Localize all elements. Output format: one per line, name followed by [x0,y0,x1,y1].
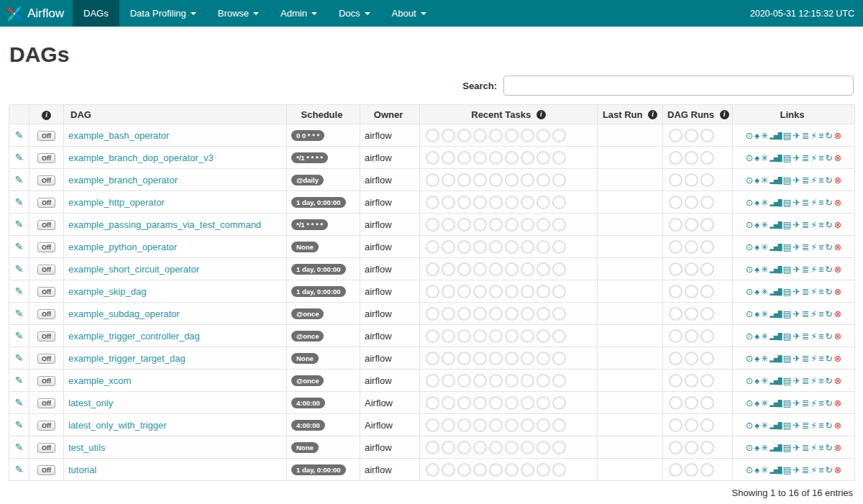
delete-dag-icon[interactable]: ⊗ [834,197,841,208]
graph-view-icon[interactable]: ✳ [761,219,768,230]
landing-times-icon[interactable]: ✈ [793,353,800,364]
refresh-icon[interactable]: ↻ [825,442,832,453]
task-state-circle[interactable] [669,129,682,142]
task-state-circle[interactable] [505,352,519,365]
delete-dag-icon[interactable]: ⊗ [834,286,841,297]
task-state-circle[interactable] [685,352,698,365]
task-state-circle[interactable] [669,151,682,165]
task-state-circle[interactable] [669,352,682,365]
task-state-circle[interactable] [536,352,550,365]
search-input[interactable] [503,75,854,96]
delete-dag-icon[interactable]: ⊗ [834,442,841,453]
edit-dag-icon[interactable]: ✎ [15,196,24,208]
edit-dag-icon[interactable]: ✎ [15,375,24,386]
code-view-icon[interactable]: ⚡ [811,353,817,364]
task-state-circle[interactable] [669,441,682,454]
gantt-view-icon[interactable]: ≣ [802,286,809,297]
task-duration-icon[interactable]: ▂▅█ [770,199,781,206]
dag-details-icon[interactable]: ≡ [818,242,823,252]
code-view-icon[interactable]: ⚡ [811,375,817,386]
task-state-circle[interactable] [505,285,519,298]
trigger-dag-icon[interactable]: ⊙ [746,442,753,453]
landing-times-icon[interactable]: ✈ [793,464,800,475]
task-tries-icon[interactable]: ▤ [782,398,791,408]
task-state-circle[interactable] [700,329,714,343]
task-state-circle[interactable] [426,218,439,232]
dag-link[interactable]: example_skip_dag [68,286,146,297]
trigger-dag-icon[interactable]: ⊙ [746,353,753,364]
task-duration-icon[interactable]: ▂▅█ [770,266,781,273]
task-state-circle[interactable] [442,396,455,410]
task-state-circle[interactable] [457,374,471,388]
trigger-dag-icon[interactable]: ⊙ [746,219,753,230]
edit-dag-icon[interactable]: ✎ [15,241,24,252]
task-state-circle[interactable] [473,173,487,187]
graph-view-icon[interactable]: ✳ [761,286,768,297]
task-state-circle[interactable] [669,285,682,298]
graph-view-icon[interactable]: ✳ [761,242,768,252]
task-state-circle[interactable] [552,307,566,321]
landing-times-icon[interactable]: ✈ [793,197,800,208]
task-state-circle[interactable] [669,396,682,410]
dag-pause-toggle[interactable]: Off [37,354,55,365]
task-state-circle[interactable] [669,240,682,254]
graph-view-icon[interactable]: ✳ [761,442,768,453]
task-state-circle[interactable] [442,240,455,254]
task-state-circle[interactable] [700,374,714,388]
task-state-circle[interactable] [457,441,471,454]
code-view-icon[interactable]: ⚡ [811,175,817,185]
delete-dag-icon[interactable]: ⊗ [834,353,841,364]
task-state-circle[interactable] [473,262,487,276]
task-state-circle[interactable] [700,173,714,187]
tree-view-icon[interactable]: ♠ [754,465,759,475]
nav-item-about[interactable]: About [381,0,437,27]
task-state-circle[interactable] [457,218,471,232]
task-state-circle[interactable] [685,262,698,276]
task-state-circle[interactable] [552,196,566,209]
task-state-circle[interactable] [536,396,550,410]
gantt-view-icon[interactable]: ≣ [802,130,809,141]
task-state-circle[interactable] [536,218,550,232]
gantt-view-icon[interactable]: ≣ [802,420,809,431]
schedule-badge[interactable]: 4:00:00 [291,420,325,431]
task-tries-icon[interactable]: ▤ [782,442,791,453]
nav-item-admin[interactable]: Admin [270,0,328,27]
task-state-circle[interactable] [489,196,503,209]
nav-item-dags[interactable]: DAGs [73,0,119,27]
task-state-circle[interactable] [489,218,503,232]
task-state-circle[interactable] [473,240,487,254]
task-state-circle[interactable] [552,151,566,165]
trigger-dag-icon[interactable]: ⊙ [746,375,753,386]
task-state-circle[interactable] [505,240,519,254]
tree-view-icon[interactable]: ♠ [754,175,759,185]
tree-view-icon[interactable]: ♠ [754,354,759,364]
task-state-circle[interactable] [489,441,503,454]
task-state-circle[interactable] [489,262,503,276]
dag-pause-toggle[interactable]: Off [37,309,55,320]
task-state-circle[interactable] [669,374,682,388]
landing-times-icon[interactable]: ✈ [793,286,800,297]
landing-times-icon[interactable]: ✈ [793,308,800,319]
task-state-circle[interactable] [685,329,698,343]
task-state-circle[interactable] [536,151,550,165]
task-state-circle[interactable] [700,262,714,276]
task-duration-icon[interactable]: ▂▅█ [770,132,781,139]
task-state-circle[interactable] [505,418,519,432]
task-state-circle[interactable] [685,151,698,165]
task-state-circle[interactable] [426,262,439,276]
edit-dag-icon[interactable]: ✎ [15,419,24,431]
task-state-circle[interactable] [700,352,714,365]
task-state-circle[interactable] [700,218,714,232]
task-tries-icon[interactable]: ▤ [782,420,791,431]
task-state-circle[interactable] [473,418,487,432]
dag-pause-toggle[interactable]: Off [37,421,55,431]
dag-link[interactable]: example_branch_dop_operator_v3 [68,152,214,163]
task-state-circle[interactable] [489,329,503,343]
gantt-view-icon[interactable]: ≣ [802,264,809,275]
tree-view-icon[interactable]: ♠ [754,265,759,275]
header-owner[interactable]: Owner [360,105,420,124]
task-state-circle[interactable] [457,151,471,165]
dag-pause-toggle[interactable]: Off [37,198,55,209]
task-state-circle[interactable] [473,441,487,454]
gantt-view-icon[interactable]: ≣ [802,152,809,163]
